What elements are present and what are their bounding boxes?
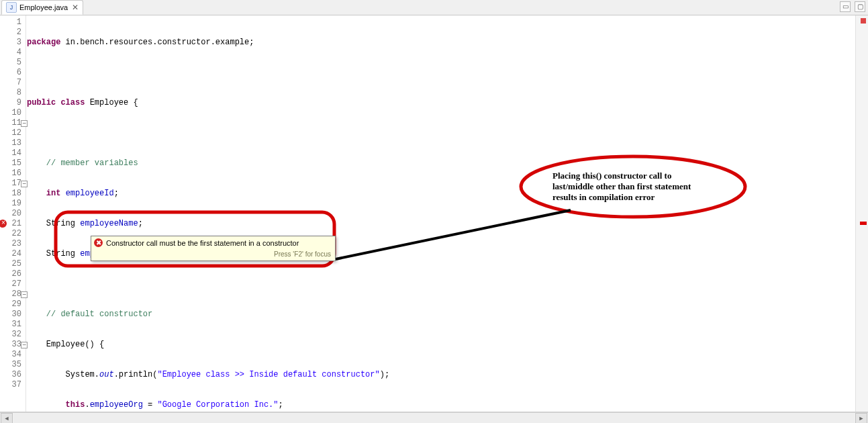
error-summary-icon: [861, 18, 866, 23]
overview-ruler[interactable]: [855, 15, 868, 412]
scroll-left-icon[interactable]: ◄: [1, 413, 13, 423]
scrollbar-track[interactable]: [14, 414, 854, 423]
editor-tab-bar: J Employee.java ✕ ▭ ▢: [0, 0, 868, 15]
tooltip-message: Constructor call must be the first state…: [106, 239, 299, 247]
error-position-marker[interactable]: [860, 222, 867, 225]
tab-employee-java[interactable]: J Employee.java ✕: [1, 0, 83, 15]
horizontal-scrollbar[interactable]: ◄ ►: [0, 412, 868, 423]
tab-title: Employee.java: [19, 3, 68, 11]
java-file-icon: J: [6, 2, 17, 13]
close-icon[interactable]: ✕: [72, 3, 79, 11]
minimize-view-icon[interactable]: ▭: [840, 1, 851, 12]
error-icon: ✖: [94, 238, 103, 247]
code-editor[interactable]: 1234 5678 9101112 13141516 17181920 2122…: [0, 15, 868, 412]
code-area[interactable]: package in.bench.resources.constructor.e…: [27, 15, 853, 412]
line-number-gutter: 1234 5678 9101112 13141516 17181920 2122…: [0, 15, 26, 412]
error-tooltip: ✖ Constructor call must be the first sta…: [91, 236, 336, 261]
error-marker-icon: 21: [0, 219, 26, 229]
tooltip-hint: Press 'F2' for focus: [106, 249, 331, 259]
maximize-view-icon[interactable]: ▢: [855, 1, 865, 12]
scroll-right-icon[interactable]: ►: [855, 413, 867, 423]
